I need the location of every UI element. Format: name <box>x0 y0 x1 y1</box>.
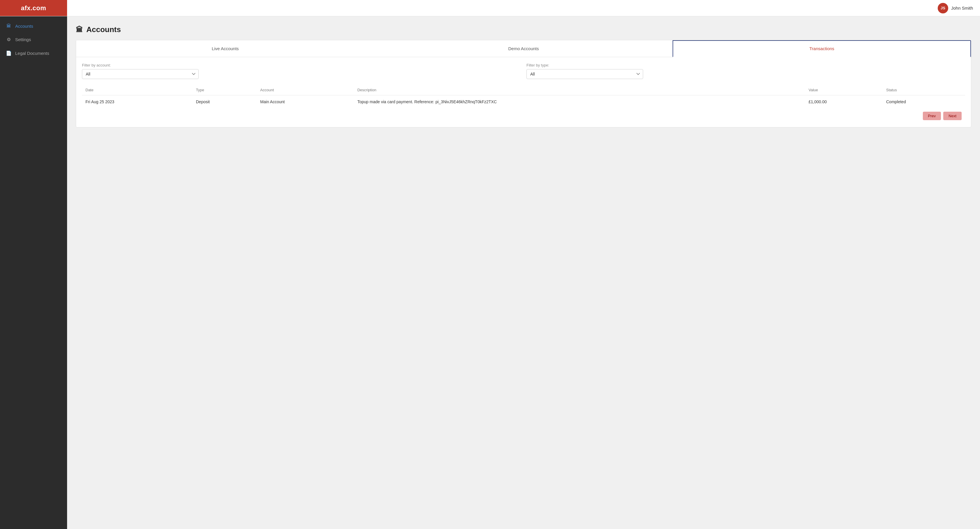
table-body: Fri Aug 25 2023 Deposit Main Account Top… <box>82 95 965 108</box>
page-title-text: Accounts <box>86 25 121 34</box>
tab-live-accounts[interactable]: Live Accounts <box>76 40 374 57</box>
sidebar-item-label-legal: Legal Documents <box>15 51 49 56</box>
content-area: 🏛 Accounts Live Accounts Demo Accounts T… <box>67 16 980 529</box>
sidebar-item-settings[interactable]: ⚙ Settings <box>0 33 67 46</box>
col-status: Status <box>883 85 965 95</box>
sidebar-item-label-accounts: Accounts <box>15 24 33 29</box>
sidebar-item-legal-documents[interactable]: 📄 Legal Documents <box>0 46 67 60</box>
col-value: Value <box>805 85 883 95</box>
cell-date: Fri Aug 25 2023 <box>82 95 192 108</box>
tab-transactions[interactable]: Transactions <box>673 40 971 57</box>
page-title: 🏛 Accounts <box>76 25 971 34</box>
avatar: JS <box>938 3 948 13</box>
table-header: Date Type Account Description Value Stat… <box>82 85 965 95</box>
filters-row: Filter by account: All Main Account Filt… <box>82 63 965 79</box>
table-header-row: Date Type Account Description Value Stat… <box>82 85 965 95</box>
filter-account-select[interactable]: All Main Account <box>82 69 199 79</box>
col-type: Type <box>192 85 257 95</box>
transactions-table: Date Type Account Description Value Stat… <box>82 85 965 108</box>
filter-account-group: Filter by account: All Main Account <box>82 63 520 79</box>
cell-type: Deposit <box>192 95 257 108</box>
col-description: Description <box>354 85 805 95</box>
col-account: Account <box>257 85 354 95</box>
filter-type-label: Filter by type: <box>527 63 965 67</box>
filter-type-select[interactable]: All Deposit Withdrawal <box>527 69 643 79</box>
sidebar-item-label-settings: Settings <box>15 37 31 42</box>
pagination-row: Prev Next <box>82 108 965 121</box>
main-card: Live Accounts Demo Accounts Transactions… <box>76 40 971 127</box>
filter-account-label: Filter by account: <box>82 63 520 67</box>
filter-type-group: Filter by type: All Deposit Withdrawal <box>527 63 965 79</box>
prev-button[interactable]: Prev <box>923 112 941 120</box>
user-name: John Smith <box>951 6 973 11</box>
logo-area: afx.com <box>0 0 67 16</box>
sidebar: 🏛 Accounts ⚙ Settings 📄 Legal Documents <box>0 16 67 529</box>
col-date: Date <box>82 85 192 95</box>
top-header: afx.com JS John Smith <box>0 0 980 16</box>
main-layout: 🏛 Accounts ⚙ Settings 📄 Legal Documents … <box>0 16 980 529</box>
tabs-container: Live Accounts Demo Accounts Transactions <box>76 40 971 57</box>
next-button[interactable]: Next <box>943 112 962 120</box>
logo-text: afx.com <box>21 5 46 12</box>
cell-value: £1,000.00 <box>805 95 883 108</box>
sidebar-item-accounts[interactable]: 🏛 Accounts <box>0 19 67 33</box>
bank-icon: 🏛 <box>6 23 12 29</box>
cell-account: Main Account <box>257 95 354 108</box>
gear-icon: ⚙ <box>6 37 12 42</box>
tab-content-transactions: Filter by account: All Main Account Filt… <box>76 57 971 127</box>
user-area[interactable]: JS John Smith <box>938 3 980 13</box>
page-title-icon: 🏛 <box>76 25 83 34</box>
cell-description: Topup made via card payment. Reference: … <box>354 95 805 108</box>
document-icon: 📄 <box>6 51 12 56</box>
table-row: Fri Aug 25 2023 Deposit Main Account Top… <box>82 95 965 108</box>
cell-status: Completed <box>883 95 965 108</box>
tab-demo-accounts[interactable]: Demo Accounts <box>374 40 673 57</box>
